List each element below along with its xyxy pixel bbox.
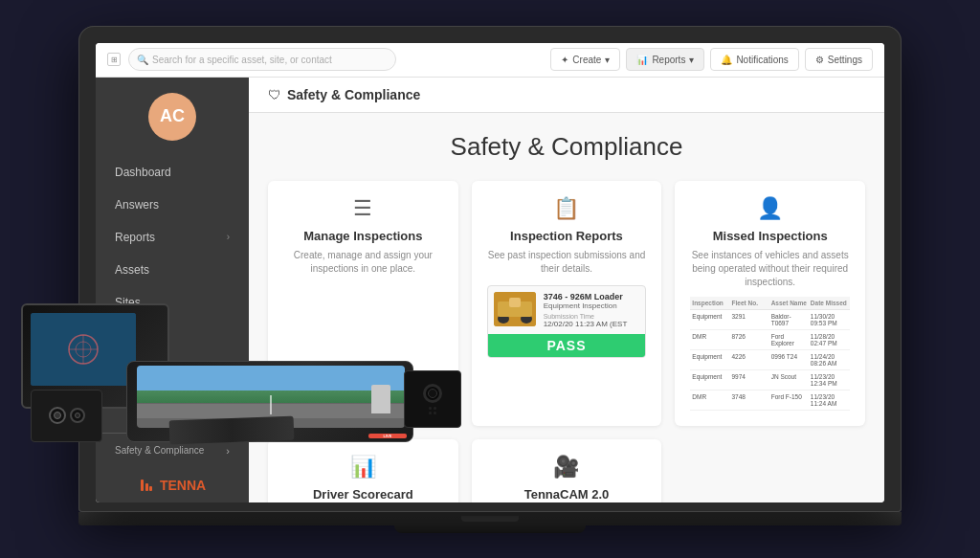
svg-rect-8 (523, 303, 530, 313)
content-body: Safety & Compliance ☰ Manage Inspections… (249, 113, 884, 502)
manage-inspections-desc: Create, manage and assign your inspectio… (283, 249, 443, 276)
gear-icon: ⚙ (815, 55, 824, 65)
top-bar: ⊞ 🔍 Search for a specific asset, site, o… (96, 43, 884, 78)
inspection-info: 3746 - 926M Loader Equipment Inspection … (544, 292, 640, 328)
sidebar-item-answers[interactable]: Answers (96, 189, 249, 221)
search-placeholder: Search for a specific asset, site, or co… (152, 55, 332, 65)
table-row: Equipment 9974 JN Scout 11/23/20 12:34 P… (690, 370, 850, 391)
table-row: DMR 3748 Ford F-150 11/23/20 11:24 AM (690, 391, 850, 411)
tenna-logo-icon (139, 478, 154, 493)
cards-grid: ☰ Manage Inspections Create, manage and … (268, 181, 865, 502)
sidebar-item-sites[interactable]: Sites (96, 286, 249, 319)
reports-icon: 📊 (636, 55, 648, 65)
missed-inspections-title: Missed Inspections (690, 229, 850, 243)
laptop-base (78, 512, 902, 525)
manage-inspections-card[interactable]: ☰ Manage Inspections Create, manage and … (268, 181, 458, 426)
tennacam-icon: 🎥 (487, 455, 647, 480)
search-icon: 🔍 (137, 55, 148, 65)
sidebar-item-dashboard[interactable]: Dashboard (96, 156, 249, 189)
sidebar-bottom: Safety & Compliance › (96, 433, 249, 468)
svg-rect-0 (141, 480, 144, 491)
avatar: AC (148, 93, 196, 141)
inspection-reports-title: Inspection Reports (487, 229, 647, 243)
search-bar[interactable]: 🔍 Search for a specific asset, site, or … (128, 48, 396, 71)
top-nav-buttons: ✦ Create ▾ 📊 Reports ▾ 🔔 Notifications (550, 48, 873, 71)
svg-rect-7 (509, 298, 521, 307)
content-area: 🛡 Safety & Compliance Safety & Complianc… (249, 78, 884, 502)
chevron-right-icon: › (227, 232, 230, 242)
missed-inspections-card[interactable]: 👤 Missed Inspections See instances of ve… (675, 181, 865, 426)
table-row: Equipment 4226 0996 T24 11/24/20 08:26 A… (690, 350, 850, 370)
create-icon: ✦ (561, 55, 568, 65)
create-button[interactable]: ✦ Create ▾ (550, 48, 620, 71)
reports-button[interactable]: 📊 Reports ▾ (626, 48, 704, 71)
sidebar-nav: Dashboard Answers Reports › Assets (96, 156, 249, 319)
browser-icon: ⊞ (107, 53, 121, 66)
svg-rect-2 (149, 486, 152, 491)
table-row: DMR 8726 Ford Explorer 11/28/20 02:47 PM (690, 330, 850, 350)
missed-inspections-icon: 👤 (690, 196, 850, 221)
table-header: Inspection Fleet No. Asset Name Date Mis… (690, 297, 850, 310)
missed-inspections-desc: See instances of vehicles and assets bei… (690, 249, 850, 289)
chevron-down-icon: ▾ (605, 55, 610, 65)
notifications-button[interactable]: 🔔 Notifications (710, 48, 798, 71)
table-row: Equipment 3291 Baldor-T0697 11/30/20 09:… (690, 310, 850, 330)
tennacam-title: TennaCAM 2.0 (487, 487, 647, 502)
inspection-reports-desc: See past inspection submissions and thei… (487, 249, 647, 276)
chevron-down-icon: ▾ (689, 55, 694, 65)
sidebar-safety-item[interactable]: Safety & Compliance › (115, 445, 230, 457)
scorecard-card[interactable]: 📊 Driver Scorecard See scorecards of dri… (268, 439, 458, 502)
inspection-reports-icon: 📋 (487, 196, 647, 221)
loader-thumbnail (494, 292, 536, 326)
page-heading: Safety & Compliance (268, 132, 865, 162)
sidebar: AC Dashboard Answers Reports › (96, 78, 249, 502)
content-header: 🛡 Safety & Compliance (249, 78, 884, 113)
sidebar-item-reports[interactable]: Reports › (96, 221, 249, 254)
laptop-stand (394, 525, 586, 533)
tenna-logo: TENNA (120, 468, 225, 502)
manage-inspections-title: Manage Inspections (283, 229, 443, 243)
settings-button[interactable]: ⚙ Settings (805, 48, 873, 71)
inspection-reports-card[interactable]: 📋 Inspection Reports See past inspection… (472, 181, 662, 426)
sidebar-item-assets[interactable]: Assets (96, 254, 249, 286)
manage-inspections-icon: ☰ (283, 196, 443, 221)
bell-icon: 🔔 (721, 55, 732, 65)
inspection-preview: 3746 - 926M Loader Equipment Inspection … (487, 285, 647, 358)
shield-header-icon: 🛡 (268, 87, 281, 102)
svg-rect-1 (145, 483, 148, 491)
laptop-notch (461, 516, 519, 522)
missed-inspections-table: Inspection Fleet No. Asset Name Date Mis… (690, 297, 850, 411)
tennacam-card[interactable]: 🎥 TennaCAM 2.0 See all TennaCAM 2.0 safe… (472, 439, 662, 502)
scorecard-icon: 📊 (283, 455, 443, 480)
content-header-title: Safety & Compliance (287, 87, 420, 102)
pass-badge: PASS (488, 334, 646, 357)
chevron-right-icon-2: › (226, 445, 230, 457)
scorecard-title: Driver Scorecard (283, 487, 443, 502)
